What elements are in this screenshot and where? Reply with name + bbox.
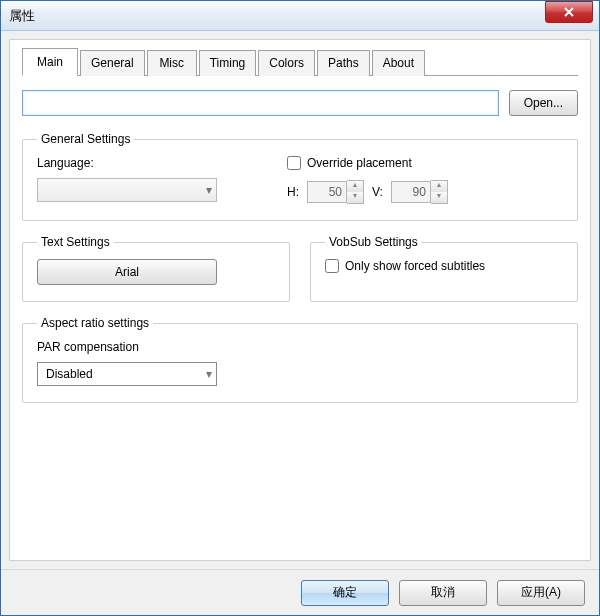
override-placement-checkbox[interactable] — [287, 156, 301, 170]
close-button[interactable] — [545, 1, 593, 23]
language-select[interactable]: ▾ — [37, 178, 217, 202]
v-value[interactable] — [391, 181, 431, 203]
general-settings-group: General Settings Language: ▾ Override pl… — [22, 132, 578, 221]
par-select[interactable]: Disabled ▾ — [37, 362, 217, 386]
text-settings-legend: Text Settings — [37, 235, 114, 249]
titlebar: 属性 — [1, 1, 599, 31]
caret-up-icon: ▲ — [347, 181, 363, 192]
open-button[interactable]: Open... — [509, 90, 578, 116]
tab-colors[interactable]: Colors — [258, 50, 315, 76]
forced-subtitles-checkbox[interactable] — [325, 259, 339, 273]
path-input[interactable] — [22, 90, 499, 116]
close-icon — [563, 7, 575, 17]
v-spinner-arrows[interactable]: ▲▼ — [431, 180, 448, 204]
v-label: V: — [372, 185, 383, 199]
window-title: 属性 — [9, 7, 35, 25]
open-row: Open... — [22, 90, 578, 116]
tab-main[interactable]: Main — [22, 48, 78, 76]
v-spinner[interactable]: ▲▼ — [391, 180, 448, 204]
caret-down-icon: ▼ — [347, 192, 363, 203]
h-spinner-arrows[interactable]: ▲▼ — [347, 180, 364, 204]
language-label: Language: — [37, 156, 287, 170]
h-value[interactable] — [307, 181, 347, 203]
tab-about[interactable]: About — [372, 50, 425, 76]
tab-general[interactable]: General — [80, 50, 145, 76]
text-settings-group: Text Settings Arial — [22, 235, 290, 302]
par-label: PAR compensation — [37, 340, 563, 354]
forced-subtitles-label: Only show forced subtitles — [345, 259, 485, 273]
aspect-ratio-group: Aspect ratio settings PAR compensation D… — [22, 316, 578, 403]
chevron-down-icon: ▾ — [206, 367, 212, 381]
apply-button[interactable]: 应用(A) — [497, 580, 585, 606]
tab-bar: Main General Misc Timing Colors Paths Ab… — [22, 50, 578, 76]
vobsub-settings-legend: VobSub Settings — [325, 235, 422, 249]
properties-dialog: 属性 Main General Misc Timing Colors Paths… — [0, 0, 600, 616]
ok-button[interactable]: 确定 — [301, 580, 389, 606]
par-value: Disabled — [46, 367, 93, 381]
override-placement-label: Override placement — [307, 156, 412, 170]
aspect-ratio-legend: Aspect ratio settings — [37, 316, 153, 330]
tab-timing[interactable]: Timing — [199, 50, 257, 76]
cancel-button[interactable]: 取消 — [399, 580, 487, 606]
content-area: Main General Misc Timing Colors Paths Ab… — [9, 39, 591, 561]
caret-down-icon: ▼ — [431, 192, 447, 203]
h-label: H: — [287, 185, 299, 199]
font-button[interactable]: Arial — [37, 259, 217, 285]
caret-up-icon: ▲ — [431, 181, 447, 192]
h-spinner[interactable]: ▲▼ — [307, 180, 364, 204]
vobsub-settings-group: VobSub Settings Only show forced subtitl… — [310, 235, 578, 302]
dialog-footer: 确定 取消 应用(A) — [1, 569, 599, 615]
chevron-down-icon: ▾ — [206, 183, 212, 197]
tab-misc[interactable]: Misc — [147, 50, 197, 76]
general-settings-legend: General Settings — [37, 132, 134, 146]
tab-paths[interactable]: Paths — [317, 50, 370, 76]
